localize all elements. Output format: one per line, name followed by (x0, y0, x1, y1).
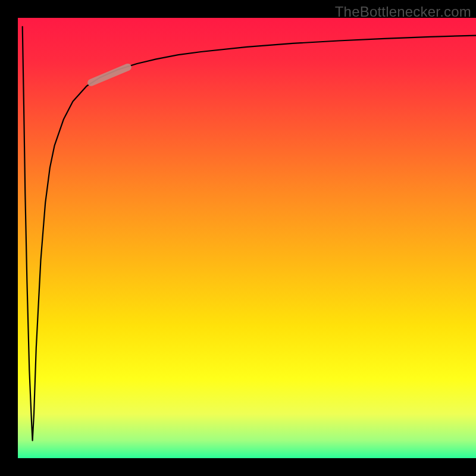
plot-area (18, 18, 476, 458)
bottleneck-curve (23, 27, 476, 441)
watermark-text: TheBottlenecker.com (335, 4, 471, 20)
chart-frame: TheBottlenecker.com (0, 0, 476, 476)
highlight-segment (91, 67, 128, 83)
curve-layer (18, 18, 476, 458)
